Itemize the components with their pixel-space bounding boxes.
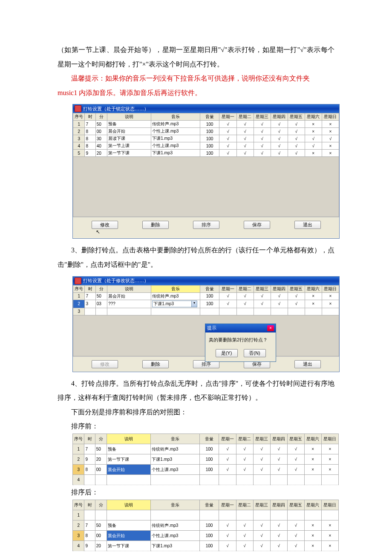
- cell[interactable]: 2: [73, 300, 85, 308]
- cell[interactable]: 3: [73, 308, 85, 315]
- column-header[interactable]: 星期日: [322, 285, 339, 292]
- cell[interactable]: √: [219, 150, 236, 157]
- column-header[interactable]: 音乐: [151, 285, 200, 292]
- cell[interactable]: ???: [107, 300, 151, 308]
- exit-button[interactable]: 退出: [294, 221, 321, 229]
- no-button[interactable]: 否(N): [244, 349, 266, 357]
- cell[interactable]: √: [271, 121, 288, 128]
- cell[interactable]: 下课1.mp3: [151, 150, 200, 157]
- table-row[interactable]: 5920第一节下课下课1.mp3100√√√√√××: [73, 150, 339, 157]
- sort-button[interactable]: 排序: [193, 221, 219, 229]
- cell[interactable]: √: [305, 135, 322, 142]
- cell[interactable]: 2: [73, 128, 85, 135]
- cell[interactable]: ×: [305, 300, 322, 308]
- cell[interactable]: √: [219, 121, 236, 128]
- cell[interactable]: 7: [85, 292, 95, 300]
- chevron-down-icon[interactable]: ▾: [191, 301, 197, 307]
- cell[interactable]: [236, 308, 254, 315]
- cell[interactable]: 下课1.mp3▾: [151, 300, 200, 308]
- column-header[interactable]: 分: [95, 113, 107, 121]
- schedule-grid[interactable]: 序号时分说明音乐音量星期一星期二星期三星期四星期五星期六星期日1750预备传统铃…: [73, 113, 339, 157]
- column-header[interactable]: 序号: [73, 113, 85, 121]
- cell[interactable]: ×: [305, 150, 322, 157]
- close-icon[interactable]: ×: [267, 325, 274, 331]
- cell[interactable]: ×: [322, 142, 339, 150]
- cell[interactable]: √: [271, 142, 288, 150]
- exit-button[interactable]: 退出: [294, 360, 321, 368]
- cell[interactable]: √: [288, 135, 305, 142]
- cell[interactable]: [305, 308, 322, 315]
- cell[interactable]: ×: [305, 292, 322, 300]
- cell[interactable]: 03: [95, 300, 107, 308]
- column-header[interactable]: 星期六: [305, 285, 322, 292]
- column-header[interactable]: 说明: [107, 285, 151, 292]
- cell[interactable]: 50: [95, 121, 107, 128]
- cell[interactable]: 100: [200, 135, 219, 142]
- cell[interactable]: 8: [85, 128, 95, 135]
- cell[interactable]: √: [288, 121, 305, 128]
- table-row[interactable]: 3: [73, 308, 339, 315]
- modify-button[interactable]: 修改: [92, 221, 118, 229]
- column-header[interactable]: 音乐: [151, 113, 200, 121]
- cell[interactable]: 00: [95, 128, 107, 135]
- cell[interactable]: 传统铃声.mp3: [151, 121, 200, 128]
- cell[interactable]: ×: [322, 128, 339, 135]
- column-header[interactable]: 时: [85, 285, 95, 292]
- cell[interactable]: √: [219, 128, 236, 135]
- cell[interactable]: [322, 308, 339, 315]
- cell[interactable]: 传统铃声.mp3: [151, 292, 200, 300]
- cell[interactable]: 晨会开始: [107, 292, 151, 300]
- cell[interactable]: √: [288, 300, 305, 308]
- cell[interactable]: 100: [200, 150, 219, 157]
- cell[interactable]: √: [236, 150, 254, 157]
- cell[interactable]: √: [271, 128, 288, 135]
- cell[interactable]: [151, 308, 200, 315]
- cell[interactable]: 100: [200, 300, 219, 308]
- table-row[interactable]: 4840第一节上课个性上课.mp3100√√√√√√×: [73, 142, 339, 150]
- column-header[interactable]: 星期五: [288, 113, 305, 121]
- cell[interactable]: √: [288, 142, 305, 150]
- cell[interactable]: √: [254, 292, 271, 300]
- dialog-titlebar[interactable]: 提示 ×: [205, 324, 276, 332]
- modify-button[interactable]: 修改: [92, 360, 118, 368]
- cell[interactable]: 3: [73, 135, 85, 142]
- cell[interactable]: √: [254, 150, 271, 157]
- music-dropdown[interactable]: 下课1.mp3▾: [152, 301, 197, 307]
- cell[interactable]: 100: [200, 142, 219, 150]
- cell[interactable]: √: [236, 292, 254, 300]
- column-header[interactable]: 时: [85, 113, 95, 121]
- cell[interactable]: [95, 308, 107, 315]
- cell[interactable]: 4: [73, 142, 85, 150]
- cell[interactable]: ×: [322, 292, 339, 300]
- cell[interactable]: ×: [305, 121, 322, 128]
- cell[interactable]: [85, 308, 95, 315]
- cell[interactable]: 5: [73, 150, 85, 157]
- column-header[interactable]: 星期四: [271, 113, 288, 121]
- cell[interactable]: √: [254, 135, 271, 142]
- cell[interactable]: 晨会开始: [107, 128, 151, 135]
- cell[interactable]: 100: [200, 128, 219, 135]
- cell[interactable]: 20: [95, 150, 107, 157]
- cell[interactable]: √: [254, 128, 271, 135]
- cell[interactable]: √: [236, 121, 254, 128]
- table-row[interactable]: 2303???下课1.mp3▾100√√√√√××: [73, 300, 339, 308]
- cell[interactable]: √: [271, 292, 288, 300]
- cell[interactable]: √: [254, 300, 271, 308]
- column-header[interactable]: 星期五: [288, 285, 305, 292]
- cell[interactable]: 30: [95, 135, 107, 142]
- delete-button[interactable]: 删除: [142, 221, 169, 229]
- cell[interactable]: [254, 308, 271, 315]
- cell[interactable]: 个性上课.mp3: [151, 128, 200, 135]
- column-header[interactable]: 分: [95, 285, 107, 292]
- cell[interactable]: √: [288, 150, 305, 157]
- cell[interactable]: 3: [85, 300, 95, 308]
- cell[interactable]: √: [271, 300, 288, 308]
- cell[interactable]: 7: [85, 121, 95, 128]
- column-header[interactable]: 星期一: [219, 285, 236, 292]
- column-header[interactable]: 序号: [73, 285, 85, 292]
- cell[interactable]: ×: [322, 150, 339, 157]
- column-header[interactable]: 星期四: [271, 285, 288, 292]
- cell[interactable]: 50: [95, 292, 107, 300]
- cell[interactable]: 8: [85, 142, 95, 150]
- cell[interactable]: 1: [73, 292, 85, 300]
